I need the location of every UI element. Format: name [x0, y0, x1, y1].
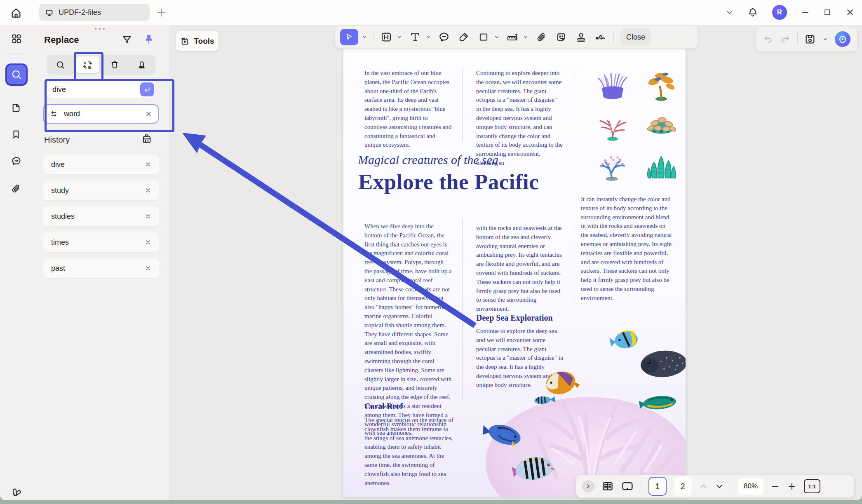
- zoom-in-icon[interactable]: [787, 481, 797, 491]
- panel-drag-handle[interactable]: [95, 28, 105, 30]
- pin-icon: [143, 33, 155, 46]
- signature-tool-button[interactable]: [594, 30, 608, 44]
- redaction-icon: [137, 60, 147, 70]
- coral-image-mushroom: [637, 105, 686, 145]
- sidebar-item-search-active[interactable]: [5, 63, 28, 86]
- sticker-tool-button[interactable]: [554, 30, 568, 44]
- coral-image-branch: [588, 105, 637, 145]
- select-tool-button[interactable]: [340, 29, 358, 45]
- sidebar-item-pages[interactable]: [11, 102, 22, 114]
- history-item[interactable]: studies: [43, 206, 159, 226]
- remove-history-icon[interactable]: [145, 265, 151, 272]
- remove-history-icon[interactable]: [145, 161, 151, 168]
- close-toolbar-button[interactable]: Close: [620, 28, 651, 46]
- heading-tool-chevron-icon[interactable]: [397, 34, 402, 40]
- comment-tool-button[interactable]: [437, 30, 451, 44]
- new-tab-button[interactable]: [156, 7, 167, 18]
- replace-with-field[interactable]: [43, 104, 159, 124]
- coral-image-bud: [588, 145, 637, 185]
- doc-heading: Coral Reef: [364, 402, 403, 411]
- zoom-out-icon[interactable]: [770, 481, 780, 491]
- history-item[interactable]: dive: [43, 155, 159, 174]
- attach-tool-button[interactable]: [534, 30, 548, 44]
- text-tool-chevron-icon[interactable]: [425, 34, 431, 40]
- sidebar-item-attachments[interactable]: [11, 183, 22, 195]
- filter-button[interactable]: [121, 34, 133, 46]
- sidebar-item-bookmarks[interactable]: [11, 129, 22, 141]
- home-button[interactable]: [10, 7, 22, 19]
- page-number-current[interactable]: 1: [648, 477, 667, 496]
- statusbar-divider: [731, 481, 731, 492]
- statusbar-divider: [641, 481, 641, 492]
- select-tool-chevron-icon[interactable]: [362, 34, 367, 40]
- heading-tool-button[interactable]: [379, 30, 393, 44]
- mode-search-button[interactable]: [49, 56, 72, 73]
- mode-replace-button[interactable]: A B: [76, 56, 99, 73]
- clear-history-button[interactable]: [141, 133, 153, 144]
- column-divider: [575, 69, 575, 122]
- history-item[interactable]: study: [43, 181, 159, 200]
- page-icon: [11, 102, 22, 113]
- document-tab[interactable]: UPDF-2-files: [39, 4, 150, 21]
- save-options-chevron-icon[interactable]: [822, 36, 828, 42]
- find-input[interactable]: [47, 81, 155, 98]
- chevron-down-icon[interactable]: [726, 9, 733, 16]
- maximize-icon[interactable]: [823, 8, 831, 16]
- broom-icon: [141, 133, 153, 144]
- doc-paragraph: The special mucus on the surface of clow…: [364, 416, 453, 488]
- mode-delete-button[interactable]: [103, 56, 126, 73]
- stamp-icon: [575, 32, 587, 43]
- presentation-mode-icon[interactable]: [621, 480, 634, 493]
- underwater-scene-image: [449, 298, 686, 497]
- remove-history-icon[interactable]: [145, 187, 151, 194]
- page-number-next[interactable]: 2: [674, 477, 692, 496]
- highlighter-tool-button[interactable]: [457, 30, 471, 44]
- pin-button[interactable]: [143, 33, 155, 46]
- coral-image-anemone: [588, 65, 637, 105]
- submit-replace-button[interactable]: [140, 82, 154, 96]
- toolbar-divider: [613, 31, 614, 43]
- replace-input[interactable]: [63, 109, 140, 119]
- ruler-icon: [507, 31, 518, 43]
- remove-history-icon[interactable]: [145, 239, 151, 246]
- minimize-icon[interactable]: [801, 8, 809, 16]
- fish-orange-butterflyfish: [544, 368, 581, 397]
- sidebar-item-swatches[interactable]: [11, 487, 22, 498]
- actual-size-label: 1:1: [808, 483, 816, 490]
- shape-tool-chevron-icon[interactable]: [494, 34, 500, 40]
- tools-button[interactable]: Tools: [175, 31, 219, 51]
- expand-statusbar-button[interactable]: [582, 480, 594, 492]
- close-window-icon[interactable]: [846, 8, 855, 17]
- next-page-chevron-icon[interactable]: [715, 482, 724, 491]
- history-item[interactable]: past: [43, 258, 159, 278]
- shape-tool-button[interactable]: [477, 30, 491, 44]
- avatar[interactable]: R: [772, 5, 787, 20]
- history-item[interactable]: times: [43, 232, 159, 252]
- reading-view-icon[interactable]: [601, 480, 614, 492]
- measure-tool-button[interactable]: [505, 30, 519, 44]
- zoom-level-box[interactable]: 80%: [738, 478, 763, 495]
- notifications-bell-icon[interactable]: [747, 7, 758, 18]
- sidebar-item-apps[interactable]: [11, 33, 22, 45]
- tab-title: UPDF-2-files: [59, 8, 101, 17]
- column-divider: [463, 69, 463, 142]
- mode-redact-button[interactable]: [130, 56, 153, 73]
- enter-arrow-icon: [143, 85, 151, 94]
- previous-page-chevron-icon[interactable]: [699, 482, 708, 491]
- ai-assistant-button[interactable]: [835, 31, 850, 47]
- sticker-icon: [556, 32, 567, 43]
- measure-tool-chevron-icon[interactable]: [523, 34, 528, 40]
- undo-icon[interactable]: [763, 34, 773, 45]
- stamp-tool-button[interactable]: [574, 30, 588, 44]
- clear-replace-icon[interactable]: [145, 110, 152, 117]
- redo-icon[interactable]: [780, 34, 791, 45]
- text-tool-button[interactable]: [408, 30, 422, 44]
- save-icon[interactable]: [804, 33, 816, 45]
- toolbar-divider: [797, 33, 798, 45]
- history-term: studies: [51, 212, 75, 221]
- remove-history-icon[interactable]: [145, 213, 151, 220]
- sidebar-item-comments[interactable]: [11, 155, 22, 167]
- actual-size-button[interactable]: 1:1: [804, 479, 820, 493]
- document-canvas[interactable]: In the vast embrace of our blue planet, …: [169, 25, 862, 500]
- cursor-icon: [345, 33, 354, 42]
